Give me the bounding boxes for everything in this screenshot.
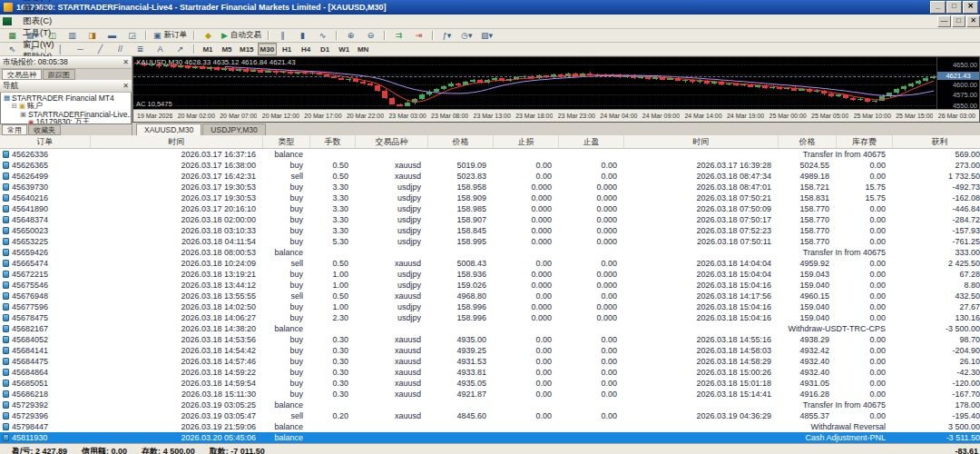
chart-shift[interactable]: ⇥ — [409, 29, 428, 42]
history-row-45729396[interactable]: 457293962026.03.19 03:05:47sell0.20xauus… — [0, 410, 980, 421]
column-header-profit[interactable]: 获利 — [893, 135, 980, 148]
bar-chart-mode[interactable]: ∥ — [273, 29, 292, 42]
column-header-order[interactable]: 订单 — [0, 135, 91, 148]
history-row-45684052[interactable]: 456840522026.03.18 14:53:56buy0.30xauusd… — [0, 334, 980, 345]
minimize-button[interactable]: _ — [930, 1, 946, 14]
history-row-45639730[interactable]: 456397302026.03.17 19:30:53buy3.30usdjpy… — [0, 182, 980, 192]
timeframe-d1[interactable]: D1 — [316, 43, 334, 55]
chart-tab-xauusd-m30[interactable]: XAUUSD,M30 — [136, 123, 201, 135]
column-header-symbol[interactable]: 交易品种 — [356, 135, 428, 148]
text-tool[interactable]: A — [151, 43, 170, 55]
strategy-tester[interactable]: ◲ — [122, 29, 142, 42]
history-row-45729392[interactable]: 457293922026.03.19 03:05:25balanceTransf… — [0, 400, 980, 410]
trendline-tool[interactable]: ╱ — [91, 43, 110, 55]
history-row-45798447[interactable]: 457984472026.03.19 21:59:06balanceWithdr… — [0, 421, 980, 432]
close-icon[interactable]: ✕ — [122, 82, 129, 90]
history-row-45641890[interactable]: 456418902026.03.17 20:16:10buy3.30usdjpy… — [0, 203, 980, 214]
column-header-open_time[interactable]: 时间 — [91, 135, 263, 148]
child-close-button[interactable]: ✕ — [966, 15, 980, 27]
column-header-tp[interactable]: 止盈 — [559, 135, 624, 148]
history-row-45678475[interactable]: 456784752026.03.18 14:06:27buy2.30usdjpy… — [0, 312, 980, 323]
timeframe-m30[interactable]: M30 — [258, 43, 278, 55]
horizontal-line-tool[interactable]: ─ — [71, 43, 90, 55]
child-restore-button[interactable]: □ — [952, 15, 965, 27]
profiles[interactable]: ▤▾ — [23, 29, 42, 42]
history-row-45665474[interactable]: 456654742026.03.18 10:24:09sell0.50xauus… — [0, 258, 980, 269]
templates[interactable]: ▧▾ — [477, 29, 496, 42]
new-chart[interactable]: ▦ — [3, 29, 22, 42]
auto-scroll[interactable]: ⇉ — [389, 29, 408, 42]
navigator-item[interactable]: ▦STARTRADER Financial MT4 — [1, 94, 131, 102]
terminal-toggle[interactable]: ▬ — [103, 29, 122, 42]
close-button[interactable]: ✕ — [963, 1, 978, 14]
history-row-45685051[interactable]: 456850512026.03.18 14:59:54buy0.30xauusd… — [0, 378, 980, 389]
channel-tool[interactable]: // — [111, 43, 130, 55]
maximize-button[interactable]: □ — [946, 1, 962, 14]
column-header-swap[interactable]: 库存费 — [837, 135, 893, 148]
history-row-45672215[interactable]: 456722152026.03.18 13:19:21buy1.00usdjpy… — [0, 269, 980, 280]
indicators[interactable]: ƒ▾ — [437, 29, 456, 42]
history-row-45675546[interactable]: 456755462026.03.18 13:44:12buy1.00usdjpy… — [0, 280, 980, 291]
cursor-tool[interactable]: ⇖ — [3, 43, 22, 55]
new-order-button[interactable]: ▣新订单 — [151, 29, 190, 42]
timeframe-m5[interactable]: M5 — [218, 43, 236, 55]
market-watch-toggle[interactable]: ◫ — [43, 29, 62, 42]
timeframe-h1[interactable]: H1 — [278, 43, 296, 55]
vertical-line-tool[interactable]: │ — [51, 43, 70, 55]
timeframe-mn[interactable]: MN — [354, 43, 372, 55]
price-chart[interactable]: XAUUSD,M30 4628.33 4635.12 4616.84 4621.… — [132, 56, 980, 123]
metaeditor[interactable]: ◆ — [199, 29, 218, 42]
menu-图表C[interactable]: 图表(C) — [15, 15, 61, 27]
history-row-45684475[interactable]: 456844752026.03.18 14:57:46buy0.30xauusd… — [0, 356, 980, 367]
periods-dropdown[interactable]: ◷▾ — [457, 29, 476, 42]
navigator-item[interactable]: ◉16179830: 万王 — [1, 118, 131, 124]
menu-插入I[interactable]: 插入(I) — [15, 4, 61, 15]
column-header-open_price[interactable]: 价格 — [428, 135, 494, 148]
timeframe-w1[interactable]: W1 — [335, 43, 353, 55]
navigator-item[interactable]: ⊟▣账户 — [1, 102, 131, 110]
history-row-45676948[interactable]: 456769482026.03.18 13:55:55sell0.50xauus… — [0, 291, 980, 301]
auto-trading-button[interactable]: ▶自动交易 — [219, 29, 264, 42]
history-row-45640216[interactable]: 456402162026.03.17 19:30:53buy3.30usdjpy… — [0, 192, 980, 203]
tree-expander-icon[interactable]: ⊟ — [12, 103, 17, 110]
history-row-45677596[interactable]: 456775962026.03.18 14:02:50buy1.00usdjpy… — [0, 301, 980, 312]
column-header-close_price[interactable]: 价格 — [779, 135, 837, 148]
column-header-type[interactable]: 类型 — [263, 135, 310, 148]
child-minimize-button[interactable]: — — [937, 15, 951, 27]
line-chart-mode[interactable]: ∿ — [313, 29, 332, 42]
history-row-45686218[interactable]: 456862182026.03.18 15:11:30buy0.30xauusd… — [0, 389, 980, 400]
crosshair-tool[interactable]: + — [23, 43, 42, 55]
timeframe-m15[interactable]: M15 — [237, 43, 257, 55]
close-icon[interactable]: ✕ — [122, 58, 129, 66]
mw-tab--[interactable]: 跟踪图 — [43, 69, 75, 80]
fibonacci-tool[interactable]: ≣ — [131, 43, 150, 55]
history-row-45659426[interactable]: 456594262026.03.18 08:00:53balanceTransf… — [0, 247, 980, 258]
history-row-45811930[interactable]: 458119302026.03.20 05:45:06balanceCash A… — [0, 432, 980, 443]
history-row-45682167[interactable]: 456821672026.03.18 14:38:20balanceWithdr… — [0, 323, 980, 334]
time-axis-label: 20 Mar 22:00 — [347, 113, 384, 119]
navigator-item[interactable]: ▣STARTRADERFinancial-Live... — [1, 110, 131, 118]
chart-tab-usdjpy-m30[interactable]: USDJPY,M30 — [202, 123, 265, 135]
nav-tab--[interactable]: 常用 — [2, 124, 27, 135]
timeframe-m1[interactable]: M1 — [199, 43, 217, 55]
history-row-45650023[interactable]: 456500232026.03.18 03:10:33buy3.30usdjpy… — [0, 225, 980, 236]
column-header-close_time[interactable]: 时间 — [624, 135, 779, 148]
nav-tab--[interactable]: 收藏夹 — [28, 124, 61, 135]
timeframe-h4[interactable]: H4 — [297, 43, 315, 55]
mw-tab--[interactable]: 交易品种 — [2, 69, 42, 80]
history-row-45648374[interactable]: 456483742026.03.18 02:00:00buy3.30usdjpy… — [0, 214, 980, 225]
history-row-45626336[interactable]: 456263362026.03.17 16:37:16balanceTransf… — [0, 149, 980, 160]
history-row-45684864[interactable]: 456848642026.03.18 14:59:22buy0.30xauusd… — [0, 367, 980, 378]
data-window[interactable]: ▥ — [63, 29, 82, 42]
column-header-sl[interactable]: 止损 — [494, 135, 559, 148]
history-row-45626365[interactable]: 456263652026.03.17 16:38:00buy0.50xauusd… — [0, 160, 980, 171]
zoom-out[interactable]: ⊖ — [361, 29, 380, 42]
history-row-45626499[interactable]: 456264992026.03.17 16:42:31sell0.50xauus… — [0, 171, 980, 182]
navigator-toggle[interactable]: ◨ — [83, 29, 102, 42]
history-row-45684141[interactable]: 456841412026.03.18 14:54:42buy0.30xauusd… — [0, 345, 980, 356]
history-row-45653225[interactable]: 456532252026.03.18 04:11:54buy5.30usdjpy… — [0, 236, 980, 247]
arrows-tool[interactable]: ↗ — [171, 43, 190, 55]
column-header-lots[interactable]: 手数 — [310, 135, 356, 148]
zoom-in[interactable]: ⊕ — [341, 29, 360, 42]
candlestick-mode[interactable]: ▮ — [293, 29, 312, 42]
